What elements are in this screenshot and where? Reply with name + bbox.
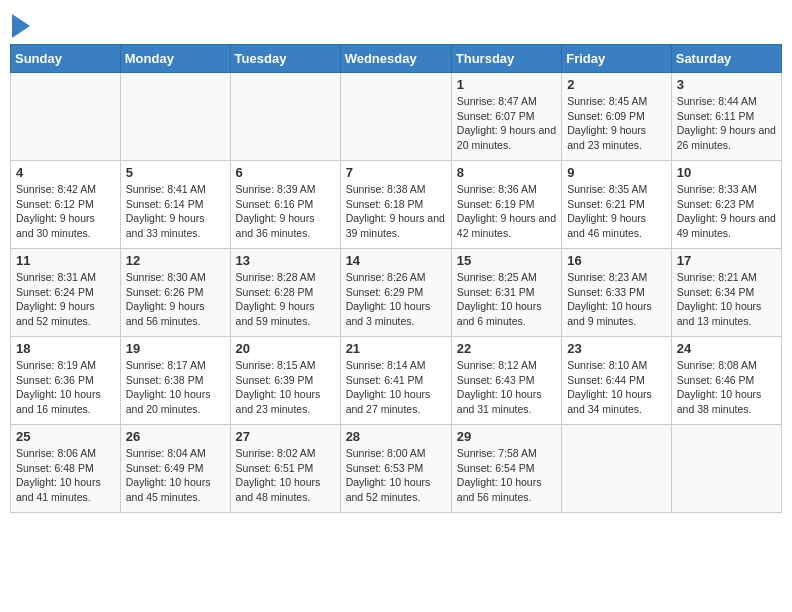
day-number: 8 bbox=[457, 165, 556, 180]
cell-text: Sunrise: 8:19 AM Sunset: 6:36 PM Dayligh… bbox=[16, 358, 115, 417]
calendar-week-row: 11Sunrise: 8:31 AM Sunset: 6:24 PM Dayli… bbox=[11, 249, 782, 337]
day-number: 1 bbox=[457, 77, 556, 92]
calendar-cell bbox=[11, 73, 121, 161]
calendar-cell bbox=[562, 425, 672, 513]
cell-text: Sunrise: 8:41 AM Sunset: 6:14 PM Dayligh… bbox=[126, 182, 225, 241]
calendar-cell: 16Sunrise: 8:23 AM Sunset: 6:33 PM Dayli… bbox=[562, 249, 672, 337]
cell-text: Sunrise: 8:45 AM Sunset: 6:09 PM Dayligh… bbox=[567, 94, 666, 153]
cell-text: Sunrise: 8:47 AM Sunset: 6:07 PM Dayligh… bbox=[457, 94, 556, 153]
cell-text: Sunrise: 8:06 AM Sunset: 6:48 PM Dayligh… bbox=[16, 446, 115, 505]
calendar-cell: 22Sunrise: 8:12 AM Sunset: 6:43 PM Dayli… bbox=[451, 337, 561, 425]
calendar-cell: 2Sunrise: 8:45 AM Sunset: 6:09 PM Daylig… bbox=[562, 73, 672, 161]
calendar-cell: 10Sunrise: 8:33 AM Sunset: 6:23 PM Dayli… bbox=[671, 161, 781, 249]
calendar-cell: 17Sunrise: 8:21 AM Sunset: 6:34 PM Dayli… bbox=[671, 249, 781, 337]
day-number: 14 bbox=[346, 253, 446, 268]
day-number: 22 bbox=[457, 341, 556, 356]
calendar-cell: 19Sunrise: 8:17 AM Sunset: 6:38 PM Dayli… bbox=[120, 337, 230, 425]
day-number: 2 bbox=[567, 77, 666, 92]
cell-text: Sunrise: 8:31 AM Sunset: 6:24 PM Dayligh… bbox=[16, 270, 115, 329]
cell-text: Sunrise: 8:25 AM Sunset: 6:31 PM Dayligh… bbox=[457, 270, 556, 329]
calendar-cell: 12Sunrise: 8:30 AM Sunset: 6:26 PM Dayli… bbox=[120, 249, 230, 337]
calendar-cell: 28Sunrise: 8:00 AM Sunset: 6:53 PM Dayli… bbox=[340, 425, 451, 513]
day-number: 17 bbox=[677, 253, 776, 268]
cell-text: Sunrise: 8:38 AM Sunset: 6:18 PM Dayligh… bbox=[346, 182, 446, 241]
cell-text: Sunrise: 8:04 AM Sunset: 6:49 PM Dayligh… bbox=[126, 446, 225, 505]
day-number: 5 bbox=[126, 165, 225, 180]
calendar-cell: 20Sunrise: 8:15 AM Sunset: 6:39 PM Dayli… bbox=[230, 337, 340, 425]
calendar-cell: 24Sunrise: 8:08 AM Sunset: 6:46 PM Dayli… bbox=[671, 337, 781, 425]
logo bbox=[10, 10, 30, 38]
calendar-header-monday: Monday bbox=[120, 45, 230, 73]
day-number: 21 bbox=[346, 341, 446, 356]
calendar-header-thursday: Thursday bbox=[451, 45, 561, 73]
calendar-cell: 1Sunrise: 8:47 AM Sunset: 6:07 PM Daylig… bbox=[451, 73, 561, 161]
day-number: 4 bbox=[16, 165, 115, 180]
calendar-cell: 26Sunrise: 8:04 AM Sunset: 6:49 PM Dayli… bbox=[120, 425, 230, 513]
calendar-cell: 8Sunrise: 8:36 AM Sunset: 6:19 PM Daylig… bbox=[451, 161, 561, 249]
calendar-cell: 4Sunrise: 8:42 AM Sunset: 6:12 PM Daylig… bbox=[11, 161, 121, 249]
day-number: 19 bbox=[126, 341, 225, 356]
calendar-cell: 13Sunrise: 8:28 AM Sunset: 6:28 PM Dayli… bbox=[230, 249, 340, 337]
calendar-week-row: 1Sunrise: 8:47 AM Sunset: 6:07 PM Daylig… bbox=[11, 73, 782, 161]
day-number: 13 bbox=[236, 253, 335, 268]
calendar-cell: 9Sunrise: 8:35 AM Sunset: 6:21 PM Daylig… bbox=[562, 161, 672, 249]
cell-text: Sunrise: 8:28 AM Sunset: 6:28 PM Dayligh… bbox=[236, 270, 335, 329]
calendar-cell: 29Sunrise: 7:58 AM Sunset: 6:54 PM Dayli… bbox=[451, 425, 561, 513]
calendar-header-row: SundayMondayTuesdayWednesdayThursdayFrid… bbox=[11, 45, 782, 73]
calendar-cell: 7Sunrise: 8:38 AM Sunset: 6:18 PM Daylig… bbox=[340, 161, 451, 249]
calendar-header-wednesday: Wednesday bbox=[340, 45, 451, 73]
calendar-cell: 27Sunrise: 8:02 AM Sunset: 6:51 PM Dayli… bbox=[230, 425, 340, 513]
calendar-cell: 21Sunrise: 8:14 AM Sunset: 6:41 PM Dayli… bbox=[340, 337, 451, 425]
day-number: 6 bbox=[236, 165, 335, 180]
cell-text: Sunrise: 8:08 AM Sunset: 6:46 PM Dayligh… bbox=[677, 358, 776, 417]
cell-text: Sunrise: 8:14 AM Sunset: 6:41 PM Dayligh… bbox=[346, 358, 446, 417]
calendar-cell: 14Sunrise: 8:26 AM Sunset: 6:29 PM Dayli… bbox=[340, 249, 451, 337]
cell-text: Sunrise: 8:35 AM Sunset: 6:21 PM Dayligh… bbox=[567, 182, 666, 241]
cell-text: Sunrise: 8:02 AM Sunset: 6:51 PM Dayligh… bbox=[236, 446, 335, 505]
calendar-header-friday: Friday bbox=[562, 45, 672, 73]
calendar-week-row: 4Sunrise: 8:42 AM Sunset: 6:12 PM Daylig… bbox=[11, 161, 782, 249]
day-number: 25 bbox=[16, 429, 115, 444]
cell-text: Sunrise: 8:30 AM Sunset: 6:26 PM Dayligh… bbox=[126, 270, 225, 329]
calendar-cell bbox=[340, 73, 451, 161]
day-number: 20 bbox=[236, 341, 335, 356]
calendar-cell bbox=[230, 73, 340, 161]
calendar-cell: 25Sunrise: 8:06 AM Sunset: 6:48 PM Dayli… bbox=[11, 425, 121, 513]
calendar-table: SundayMondayTuesdayWednesdayThursdayFrid… bbox=[10, 44, 782, 513]
day-number: 16 bbox=[567, 253, 666, 268]
calendar-week-row: 25Sunrise: 8:06 AM Sunset: 6:48 PM Dayli… bbox=[11, 425, 782, 513]
calendar-cell: 18Sunrise: 8:19 AM Sunset: 6:36 PM Dayli… bbox=[11, 337, 121, 425]
calendar-header-sunday: Sunday bbox=[11, 45, 121, 73]
day-number: 12 bbox=[126, 253, 225, 268]
cell-text: Sunrise: 8:12 AM Sunset: 6:43 PM Dayligh… bbox=[457, 358, 556, 417]
cell-text: Sunrise: 8:36 AM Sunset: 6:19 PM Dayligh… bbox=[457, 182, 556, 241]
calendar-cell: 5Sunrise: 8:41 AM Sunset: 6:14 PM Daylig… bbox=[120, 161, 230, 249]
day-number: 3 bbox=[677, 77, 776, 92]
calendar-cell: 15Sunrise: 8:25 AM Sunset: 6:31 PM Dayli… bbox=[451, 249, 561, 337]
day-number: 9 bbox=[567, 165, 666, 180]
day-number: 28 bbox=[346, 429, 446, 444]
calendar-cell: 11Sunrise: 8:31 AM Sunset: 6:24 PM Dayli… bbox=[11, 249, 121, 337]
cell-text: Sunrise: 8:42 AM Sunset: 6:12 PM Dayligh… bbox=[16, 182, 115, 241]
cell-text: Sunrise: 8:39 AM Sunset: 6:16 PM Dayligh… bbox=[236, 182, 335, 241]
calendar-cell bbox=[671, 425, 781, 513]
day-number: 23 bbox=[567, 341, 666, 356]
cell-text: Sunrise: 8:15 AM Sunset: 6:39 PM Dayligh… bbox=[236, 358, 335, 417]
day-number: 7 bbox=[346, 165, 446, 180]
cell-text: Sunrise: 8:17 AM Sunset: 6:38 PM Dayligh… bbox=[126, 358, 225, 417]
calendar-cell bbox=[120, 73, 230, 161]
day-number: 18 bbox=[16, 341, 115, 356]
header-section bbox=[10, 10, 782, 38]
calendar-week-row: 18Sunrise: 8:19 AM Sunset: 6:36 PM Dayli… bbox=[11, 337, 782, 425]
calendar-cell: 23Sunrise: 8:10 AM Sunset: 6:44 PM Dayli… bbox=[562, 337, 672, 425]
cell-text: Sunrise: 8:21 AM Sunset: 6:34 PM Dayligh… bbox=[677, 270, 776, 329]
logo-arrow-icon bbox=[12, 14, 30, 38]
calendar-cell: 6Sunrise: 8:39 AM Sunset: 6:16 PM Daylig… bbox=[230, 161, 340, 249]
calendar-cell: 3Sunrise: 8:44 AM Sunset: 6:11 PM Daylig… bbox=[671, 73, 781, 161]
calendar-header-tuesday: Tuesday bbox=[230, 45, 340, 73]
calendar-header-saturday: Saturday bbox=[671, 45, 781, 73]
day-number: 24 bbox=[677, 341, 776, 356]
day-number: 10 bbox=[677, 165, 776, 180]
cell-text: Sunrise: 8:10 AM Sunset: 6:44 PM Dayligh… bbox=[567, 358, 666, 417]
cell-text: Sunrise: 8:33 AM Sunset: 6:23 PM Dayligh… bbox=[677, 182, 776, 241]
